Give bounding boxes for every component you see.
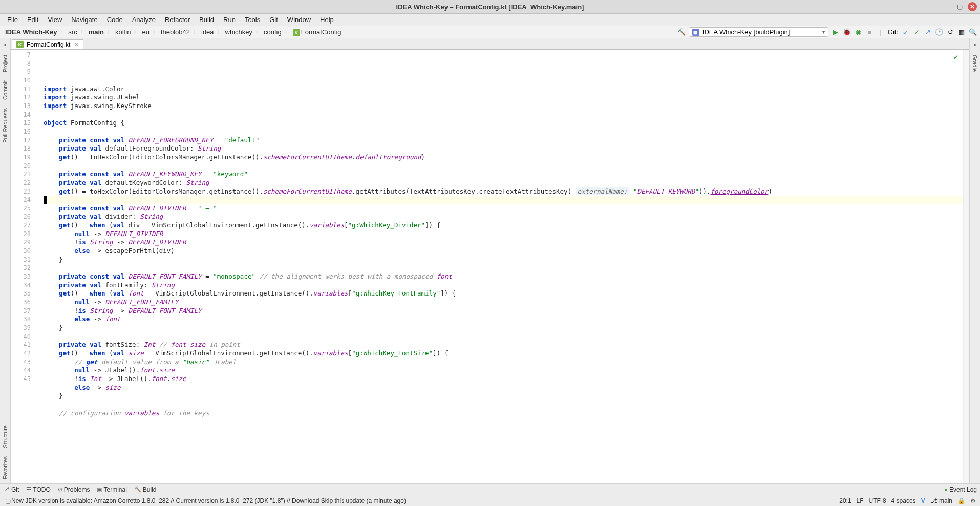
tool-git[interactable]: ⎇Git	[3, 486, 19, 493]
maximize-icon[interactable]: ▢	[955, 3, 964, 11]
git-push-icon[interactable]: ↗	[924, 28, 932, 36]
tool-windows-icon[interactable]: ▢	[4, 497, 11, 504]
tool-todo[interactable]: ☰TODO	[26, 486, 50, 493]
rail-project[interactable]: Project	[1, 51, 9, 76]
error-stripe[interactable]	[963, 50, 969, 483]
navigation-bar: IDEA Which-Key〉 src〉 main〉 kotlin〉 eu〉 t…	[0, 26, 980, 38]
status-lock-icon[interactable]: 🔒	[957, 497, 965, 504]
search-icon[interactable]: 🔍	[969, 28, 977, 36]
status-line-sep[interactable]: LF	[857, 497, 864, 504]
status-message[interactable]: New JDK version is available: Amazon Cor…	[11, 497, 839, 504]
menu-window[interactable]: Window	[283, 15, 315, 25]
menu-git[interactable]: Git	[265, 15, 282, 25]
crumb-whichkey[interactable]: whichkey	[223, 28, 254, 36]
menu-view[interactable]: View	[44, 15, 66, 25]
split-line	[471, 50, 471, 483]
crumb-src[interactable]: src	[66, 28, 79, 36]
left-tool-rail: ▪ Project Commit Pull Requests Structure…	[0, 38, 11, 483]
crumb-eu[interactable]: eu	[140, 28, 151, 36]
title-bar: IDEA Which-Key – FormatConfig.kt [IDEA_W…	[0, 0, 980, 14]
menu-edit[interactable]: Edit	[23, 15, 42, 25]
menu-refactor[interactable]: Refactor	[161, 15, 194, 25]
debug-icon[interactable]: 🐞	[843, 28, 851, 36]
tool-terminal[interactable]: ▣Terminal	[97, 486, 126, 493]
line-gutter: 7891011121314151617181920212223242526272…	[11, 50, 35, 483]
menu-run[interactable]: Run	[219, 15, 240, 25]
editor-area: K FormatConfig.kt ✕ 78910111213141516171…	[11, 38, 969, 483]
tab-close-icon[interactable]: ✕	[74, 41, 79, 48]
status-clock-icon[interactable]: ⚙	[970, 497, 976, 504]
tool-build[interactable]: 🔨Build	[134, 486, 157, 493]
run-config-label: IDEA Which-Key [buildPlugin]	[702, 28, 790, 36]
crumb-idea[interactable]: idea	[199, 28, 216, 36]
menu-bar: File Edit View Navigate Code Analyze Ref…	[0, 14, 980, 26]
tool-event-log[interactable]: ●Event Log	[944, 486, 977, 493]
inspections-ok-icon[interactable]: ✔	[954, 53, 958, 61]
crumb-main[interactable]: main	[87, 28, 106, 36]
main-area: ▪ Project Commit Pull Requests Structure…	[0, 38, 980, 483]
rail-structure[interactable]: Structure	[1, 421, 9, 452]
tab-label: FormatConfig.kt	[27, 41, 70, 48]
run-coverage-icon[interactable]: ◉	[854, 28, 862, 36]
code-content[interactable]: ✔ import java.awt.Colorimport javax.swin…	[41, 50, 963, 483]
rail-gradle[interactable]: Gradle	[971, 51, 979, 76]
crumb-theblob42[interactable]: theblob42	[159, 28, 192, 36]
run-config-select[interactable]: ▦ IDEA Which-Key [buildPlugin] ▾	[689, 27, 829, 37]
tool-problems[interactable]: ⊘Problems	[58, 486, 90, 493]
kotlin-file-icon: K	[16, 41, 24, 48]
menu-tools[interactable]: Tools	[241, 15, 264, 25]
chevron-down-icon: ▾	[822, 29, 825, 35]
status-caret[interactable]: 20:1	[839, 497, 851, 504]
project-icon[interactable]: ▪	[1, 40, 9, 49]
editor-tabs: K FormatConfig.kt ✕	[11, 38, 969, 50]
build-icon[interactable]: 🔨	[677, 28, 686, 36]
fold-gutter[interactable]	[35, 50, 41, 483]
menu-help[interactable]: Help	[316, 15, 338, 25]
status-vim[interactable]: V	[921, 497, 925, 504]
git-label: Git:	[888, 28, 898, 36]
menu-file[interactable]: File	[3, 15, 22, 25]
minimize-icon[interactable]: —	[943, 3, 951, 11]
status-branch[interactable]: ⎇ main	[930, 497, 952, 504]
menu-code[interactable]: Code	[103, 15, 127, 25]
git-commit-icon[interactable]: ✓	[912, 28, 921, 36]
rollback-icon[interactable]: ↺	[946, 28, 954, 36]
crumb-kotlin[interactable]: kotlin	[113, 28, 133, 36]
rail-favorites[interactable]: Favorites	[1, 452, 9, 483]
ide-settings-icon[interactable]: ▦	[957, 28, 966, 36]
stop-icon[interactable]: ■	[865, 28, 874, 36]
crumb-project[interactable]: IDEA Which-Key	[3, 28, 59, 36]
gradle-icon[interactable]: ▪	[971, 40, 979, 49]
status-encoding[interactable]: UTF-8	[869, 497, 886, 504]
toolbar-right: 🔨 ▦ IDEA Which-Key [buildPlugin] ▾ ▶ 🐞 ◉…	[677, 27, 977, 37]
status-bar: ▢ New JDK version is available: Amazon C…	[0, 495, 980, 506]
editor-body[interactable]: 7891011121314151617181920212223242526272…	[11, 50, 969, 483]
git-update-icon[interactable]: ↙	[901, 28, 909, 36]
window-title: IDEA Which-Key – FormatConfig.kt [IDEA_W…	[396, 3, 584, 11]
breadcrumb: IDEA Which-Key〉 src〉 main〉 kotlin〉 eu〉 t…	[3, 28, 677, 36]
run-icon[interactable]: ▶	[832, 28, 840, 36]
close-icon[interactable]: ✕	[968, 2, 977, 11]
crumb-config[interactable]: config	[262, 28, 284, 36]
window-controls: — ▢ ✕	[943, 2, 977, 11]
right-tool-rail: ▪ Gradle	[969, 38, 980, 483]
rail-commit[interactable]: Commit	[1, 76, 9, 104]
menu-analyze[interactable]: Analyze	[128, 15, 160, 25]
crumb-formatconfig[interactable]: KFormatConfig	[291, 28, 344, 36]
bottom-tool-bar: ⎇Git ☰TODO ⊘Problems ▣Terminal 🔨Build ●E…	[0, 483, 980, 495]
menu-build[interactable]: Build	[195, 15, 218, 25]
menu-navigate[interactable]: Navigate	[67, 15, 101, 25]
tab-formatconfig[interactable]: K FormatConfig.kt ✕	[12, 39, 83, 49]
rail-pull-requests[interactable]: Pull Requests	[1, 104, 9, 147]
status-indent[interactable]: 4 spaces	[891, 497, 916, 504]
history-icon[interactable]: 🕑	[935, 28, 943, 36]
